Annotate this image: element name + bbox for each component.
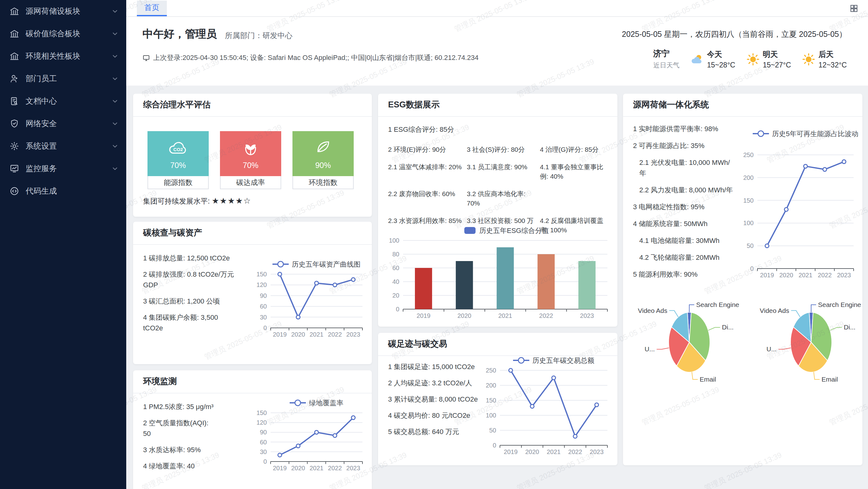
svg-text:Di...: Di... (722, 324, 734, 331)
svg-text:150: 150 (256, 271, 267, 278)
sidebar-item-label: 部门员工 (26, 73, 57, 84)
chevron-down-icon (112, 75, 118, 82)
svg-text:2023: 2023 (580, 312, 594, 319)
sidebar-item-label: 监控服务 (26, 163, 57, 174)
svg-text:历史五年碳资产曲线图: 历史五年碳资产曲线图 (292, 260, 361, 268)
svg-text:0: 0 (264, 324, 267, 331)
svg-text:2022: 2022 (568, 448, 582, 455)
svg-text:30: 30 (260, 448, 267, 455)
sidebar-item-network-security[interactable]: 网络安全 (0, 112, 126, 135)
list-item: 4.1 董事会独立董事比例: 40% (540, 162, 610, 181)
chevron-down-icon (112, 53, 118, 59)
bank-icon (9, 6, 19, 16)
sidebar-item-label: 环境相关性板块 (26, 51, 80, 62)
sidebar-item-system-settings[interactable]: 系统设置 (0, 135, 126, 157)
list-item: 2.1 光伏发电量: 10,000 MWh/年 (633, 157, 736, 178)
svg-text:Search Engine: Search Engine (696, 301, 739, 308)
svg-text:250: 250 (486, 367, 496, 374)
weather-today: 今天 15~28°C (690, 49, 735, 69)
list-item: 3 累计碳交易量: 8,000 tCO2e (388, 394, 482, 405)
kpi-label: 碳达成率 (220, 176, 281, 189)
card-title: ESG数据展示 (378, 94, 617, 117)
svg-text:200: 200 (486, 382, 496, 389)
svg-text:2020: 2020 (291, 465, 305, 471)
svg-text:U...: U... (767, 345, 777, 353)
svg-text:60: 60 (393, 264, 399, 271)
svg-text:150: 150 (486, 397, 496, 404)
svg-text:历史五年ESG综合分值: 历史五年ESG综合分值 (479, 227, 549, 234)
svg-text:2023: 2023 (346, 465, 360, 471)
last-login-info: 上次登录:2025-04-30 15:50:45; 设备: Safari Mac… (143, 53, 478, 62)
sidebar-item-document-center[interactable]: 文档中心 (0, 90, 126, 112)
list-item: 4.1 电池储能容量: 30MWh (633, 235, 736, 246)
sidebar-item-label: 系统设置 (26, 141, 57, 152)
greeting: 中午好，管理员 (143, 27, 217, 41)
list-item: 3 电网稳定性指数: 95% (633, 202, 736, 212)
svg-text:U...: U... (645, 345, 655, 353)
chevron-down-icon (112, 121, 118, 127)
kpi-value: 70% (170, 161, 186, 169)
svg-text:2020: 2020 (779, 272, 793, 279)
list-item: 4 治理(G)评分: 85分 (540, 145, 610, 154)
list-item: 3 碳汇总面积: 1,200 公顷 (143, 296, 237, 307)
monitor-icon (9, 164, 19, 174)
svg-text:120: 120 (256, 281, 267, 288)
svg-text:2019: 2019 (273, 331, 287, 338)
list-item: 1 实时能源供需平衡率: 98% (633, 124, 736, 134)
bank-icon (9, 51, 19, 61)
sidebar: 源网荷储设板块 碳价值综合板块 环境相关性板块 部门员工 文档中心 网络安全 (0, 0, 126, 489)
card-carbon-audit: 碳核查与碳资产 1 碳排放总量: 12,500 tCO2e 2 碳排放强度: 0… (133, 222, 372, 364)
card-esg-data: ESG数据展示 1 ESG综合评分: 85分 2 环境(E)评分: 90分 3 … (378, 94, 617, 327)
svg-text:0: 0 (396, 306, 399, 313)
metric-list: 1 实时能源供需平衡率: 98% 2 可再生能源占比: 35% 2.1 光伏发电… (633, 124, 736, 286)
metric-list: 1 PM2.5浓度: 35 μg/m³ 2 空气质量指数(AQI): 50 3 … (143, 401, 217, 477)
sun-icon (746, 52, 760, 66)
card-governance-assessment: 综合治理水平评估 CO2 70% 能源指数 70% 碳达成率 (133, 94, 372, 217)
sidebar-item-department-staff[interactable]: 部门员工 (0, 67, 126, 90)
svg-text:2019: 2019 (760, 272, 774, 279)
card-energy-integration: 源网荷储一体化系统 1 实时能源供需平衡率: 98% 2 可再生能源占比: 35… (623, 94, 862, 465)
layout-grid-icon[interactable] (849, 3, 859, 13)
weather-day-after: 后天 12~32°C (802, 49, 847, 69)
svg-text:0: 0 (750, 265, 754, 272)
chevron-down-icon (112, 165, 118, 172)
svg-text:2022: 2022 (818, 272, 832, 279)
list-item: 3 水质达标率: 95% (143, 445, 217, 455)
svg-text:2021: 2021 (799, 272, 813, 279)
svg-text:Email: Email (700, 376, 716, 383)
co2-cloud-icon: CO2 (167, 138, 189, 159)
sidebar-item-label: 碳价值综合板块 (26, 28, 80, 39)
sidebar-item-monitoring-service[interactable]: 监控服务 (0, 157, 126, 180)
chevron-down-icon (112, 8, 118, 14)
svg-text:30: 30 (260, 314, 267, 321)
svg-text:2020: 2020 (525, 448, 539, 455)
svg-text:90: 90 (260, 292, 267, 299)
sidebar-item-source-grid-module[interactable]: 源网荷储设板块 (0, 0, 126, 23)
svg-text:200: 200 (743, 174, 754, 181)
card-environment-monitoring: 环境监测 1 PM2.5浓度: 35 μg/m³ 2 空气质量指数(AQI): … (133, 370, 372, 489)
carbon-trade-line-chart: 05010015020025020192020202120222023历史五年碳… (481, 352, 612, 460)
sidebar-item-carbon-value-module[interactable]: 碳价值综合板块 (0, 23, 126, 45)
sidebar-item-environment-module[interactable]: 环境相关性板块 (0, 45, 126, 67)
svg-text:Video Ads: Video Ads (638, 307, 668, 314)
sidebar-item-code-generation[interactable]: 代码生成 (0, 180, 126, 202)
shield-icon (9, 119, 19, 129)
star-rating: ★★★★☆ (212, 196, 251, 205)
svg-text:20: 20 (393, 292, 399, 299)
svg-text:2021: 2021 (310, 465, 324, 471)
svg-text:60: 60 (260, 439, 267, 446)
weather-city: 济宁 (653, 48, 680, 59)
department-label: 所属部门：研发中心 (225, 31, 292, 41)
kpi-value: 90% (315, 161, 331, 169)
channel-pie-chart: Search EngineDi...EmailU...Video Ads (627, 281, 749, 403)
chevron-down-icon (112, 143, 118, 149)
metric-list: 1 集团碳足迹: 15,000 tCO2e 2 人均碳足迹: 3.2 tCO2e… (388, 362, 482, 443)
device-icon (143, 54, 150, 62)
kpi-label: 环境指数 (292, 176, 354, 189)
svg-text:50: 50 (747, 242, 754, 249)
svg-text:Video Ads: Video Ads (760, 307, 789, 314)
list-item: 4 储能系统容量: 50MWh (633, 219, 736, 229)
tab-home[interactable]: 首页 (137, 0, 167, 16)
card-title: 综合治理水平评估 (133, 94, 372, 117)
list-item: 3 社会(S)评分: 80分 (467, 145, 539, 154)
